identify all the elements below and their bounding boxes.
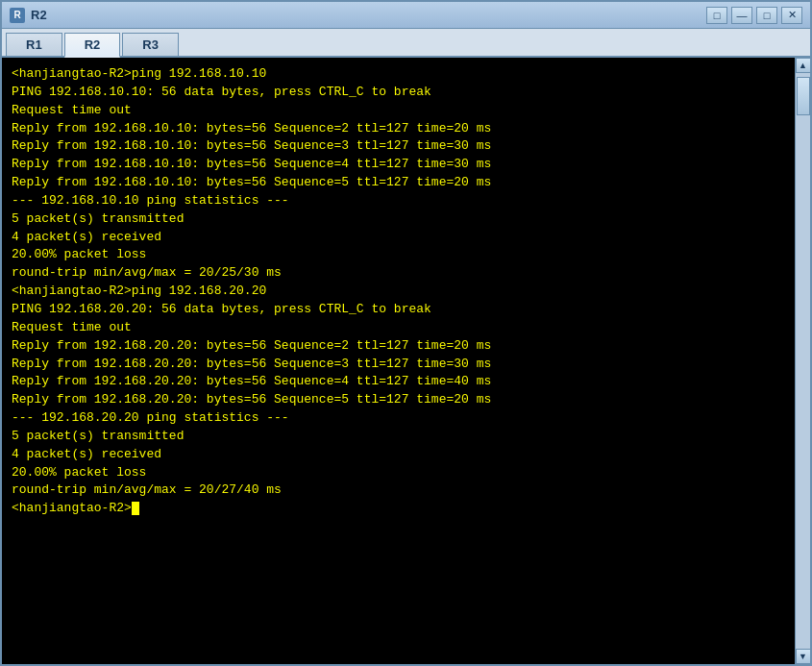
tab-r2[interactable]: R2 bbox=[64, 33, 121, 58]
terminal-line: <hanjiangtao-R2>ping 192.168.20.20 bbox=[12, 283, 785, 301]
terminal-line: PING 192.168.20.20: 56 data bytes, press… bbox=[12, 301, 785, 319]
terminal-line: 20.00% packet loss bbox=[12, 464, 785, 482]
restore-button[interactable]: □ bbox=[706, 7, 727, 24]
terminal-line: 4 packet(s) received bbox=[12, 446, 785, 464]
terminal-line: 20.00% packet loss bbox=[12, 246, 785, 264]
terminal-container: <hanjiangtao-R2>ping 192.168.10.10 PING … bbox=[2, 58, 810, 664]
terminal-line: Request time out bbox=[12, 102, 785, 120]
tab-bar: R1 R2 R3 bbox=[2, 29, 810, 58]
terminal-line: Reply from 192.168.10.10: bytes=56 Seque… bbox=[12, 174, 785, 192]
scroll-down-button[interactable]: ▼ bbox=[796, 649, 811, 664]
terminal-line: --- 192.168.20.20 ping statistics --- bbox=[12, 409, 785, 428]
terminal-cursor bbox=[132, 502, 139, 515]
terminal-content[interactable]: <hanjiangtao-R2>ping 192.168.10.10 PING … bbox=[2, 58, 795, 664]
terminal-line: 4 packet(s) received bbox=[12, 229, 785, 247]
terminal-line: 5 packet(s) transmitted bbox=[12, 210, 785, 229]
window-title: R2 bbox=[31, 8, 706, 22]
maximize-button[interactable]: □ bbox=[756, 7, 777, 24]
terminal-line: Request time out bbox=[12, 319, 785, 337]
scrollbar: ▲ ▼ bbox=[795, 58, 810, 664]
tab-r1[interactable]: R1 bbox=[6, 33, 62, 56]
title-bar-buttons: □ — □ ✕ bbox=[706, 7, 802, 24]
terminal-line: Reply from 192.168.20.20: bytes=56 Seque… bbox=[12, 356, 785, 374]
terminal-line: round-trip min/avg/max = 20/25/30 ms bbox=[12, 264, 785, 283]
scroll-thumb[interactable] bbox=[797, 77, 810, 115]
scroll-up-button[interactable]: ▲ bbox=[796, 58, 811, 73]
title-bar: R R2 □ — □ ✕ bbox=[2, 2, 810, 29]
close-button[interactable]: ✕ bbox=[781, 7, 802, 24]
tab-r3[interactable]: R3 bbox=[122, 33, 179, 56]
terminal-line: --- 192.168.10.10 ping statistics --- bbox=[12, 192, 785, 210]
terminal-line: 5 packet(s) transmitted bbox=[12, 428, 785, 446]
terminal-line: Reply from 192.168.10.10: bytes=56 Seque… bbox=[12, 137, 785, 156]
terminal-line: Reply from 192.168.20.20: bytes=56 Seque… bbox=[12, 337, 785, 356]
terminal-line: Reply from 192.168.20.20: bytes=56 Seque… bbox=[12, 373, 785, 391]
terminal-line: Reply from 192.168.10.10: bytes=56 Seque… bbox=[12, 156, 785, 174]
terminal-line: PING 192.168.10.10: 56 data bytes, press… bbox=[12, 84, 785, 102]
minimize-button[interactable]: — bbox=[731, 7, 752, 24]
window-icon: R bbox=[10, 8, 25, 23]
terminal-line: <hanjiangtao-R2>ping 192.168.10.10 bbox=[12, 65, 785, 84]
terminal-line: Reply from 192.168.10.10: bytes=56 Seque… bbox=[12, 120, 785, 138]
scroll-track[interactable] bbox=[796, 73, 811, 649]
terminal-line: <hanjiangtao-R2> bbox=[12, 500, 785, 518]
terminal-line: Reply from 192.168.20.20: bytes=56 Seque… bbox=[12, 391, 785, 409]
terminal-line: round-trip min/avg/max = 20/27/40 ms bbox=[12, 481, 785, 500]
main-window: R R2 □ — □ ✕ R1 R2 R3 <hanjiangtao-R2>pi… bbox=[0, 0, 812, 666]
